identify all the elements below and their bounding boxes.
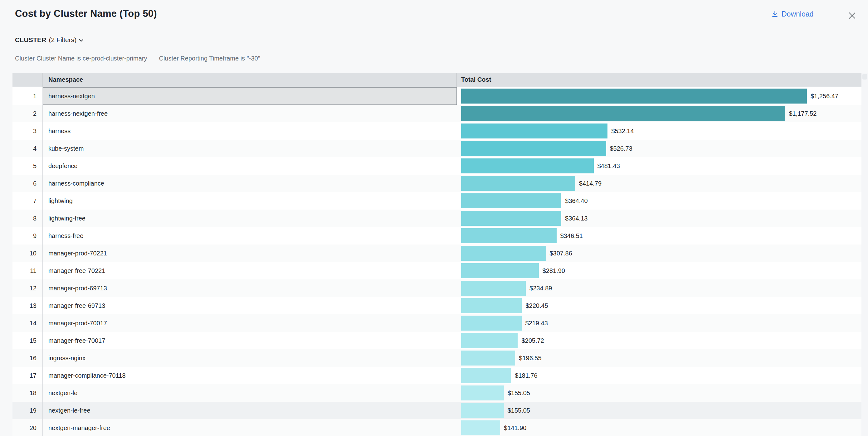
download-label: Download: [782, 10, 813, 19]
cost-value: $281.90: [542, 267, 565, 275]
namespace-cell[interactable]: manager-free-69713: [43, 297, 457, 314]
table-row[interactable]: 8lightwing-free$364.13: [12, 210, 862, 227]
close-button[interactable]: [847, 10, 858, 21]
namespace-cell[interactable]: manager-prod-70221: [43, 245, 457, 262]
namespace-cell[interactable]: harness-nextgen: [43, 87, 457, 105]
namespace-cell[interactable]: manager-prod-69713: [43, 279, 457, 297]
applied-filter-cluster-name: Cluster Cluster Name is ce-prod-cluster-…: [15, 55, 147, 62]
table-row[interactable]: 11manager-free-70221$281.90: [12, 262, 862, 279]
cost-value: $414.79: [579, 180, 601, 187]
cost-bar: [461, 211, 561, 226]
total-cost-cell[interactable]: $526.73: [457, 140, 862, 157]
row-index: 2: [12, 105, 43, 122]
table-row[interactable]: 14manager-prod-70017$219.43: [12, 314, 862, 332]
total-cost-cell[interactable]: $364.40: [457, 192, 862, 210]
table-row[interactable]: 20nextgen-manager-free$141.90: [12, 419, 862, 436]
namespace-column-header[interactable]: Namespace: [43, 73, 457, 87]
row-index: 4: [12, 140, 43, 157]
scrollbar-thumb[interactable]: [862, 74, 867, 80]
table-row[interactable]: 7lightwing$364.40: [12, 192, 862, 210]
total-cost-cell[interactable]: $414.79: [457, 175, 862, 192]
total-cost-cell[interactable]: $481.43: [457, 157, 862, 175]
table-row[interactable]: 16ingress-nginx$196.55: [12, 349, 862, 367]
namespace-cell[interactable]: deepfence: [43, 157, 457, 175]
total-cost-cell[interactable]: $307.86: [457, 245, 862, 262]
cost-value: $220.45: [525, 302, 548, 309]
namespace-cell[interactable]: ingress-nginx: [43, 349, 457, 367]
total-cost-cell[interactable]: $181.76: [457, 367, 862, 384]
cost-bar: [461, 403, 504, 418]
table-row[interactable]: 5deepfence$481.43: [12, 157, 862, 175]
cost-value: $526.73: [610, 145, 632, 152]
table-row[interactable]: 15manager-free-70017$205.72: [12, 332, 862, 349]
cost-value: $155.05: [508, 407, 530, 414]
total-cost-cell[interactable]: $1,177.52: [457, 105, 862, 122]
table-row[interactable]: 6harness-compliance$414.79: [12, 175, 862, 192]
total-cost-cell[interactable]: $364.13: [457, 210, 862, 227]
total-cost-cell[interactable]: $219.43: [457, 314, 862, 332]
namespace-cell[interactable]: harness-nextgen-free: [43, 105, 457, 122]
total-cost-cell[interactable]: $1,256.47: [457, 87, 862, 105]
total-cost-cell[interactable]: $234.89: [457, 279, 862, 297]
table-row[interactable]: 4kube-system$526.73: [12, 140, 862, 157]
total-cost-cell[interactable]: $196.55: [457, 349, 862, 367]
namespace-cell[interactable]: lightwing-free: [43, 210, 457, 227]
download-button[interactable]: Download: [771, 10, 813, 19]
cost-bar: [461, 385, 504, 400]
table-row[interactable]: 12manager-prod-69713$234.89: [12, 279, 862, 297]
total-cost-column-header[interactable]: Total Cost: [457, 73, 862, 87]
table-row[interactable]: 10manager-prod-70221$307.86: [12, 245, 862, 262]
cost-value: $481.43: [597, 162, 620, 170]
total-cost-cell[interactable]: $155.05: [457, 402, 862, 419]
vertical-scrollbar[interactable]: [862, 73, 868, 436]
namespace-cell[interactable]: nextgen-le: [43, 384, 457, 402]
table-row[interactable]: 13manager-free-69713$220.45: [12, 297, 862, 314]
namespace-cell[interactable]: nextgen-le-free: [43, 402, 457, 419]
cost-table: Namespace Total Cost 1harness-nextgen$1,…: [12, 73, 862, 436]
row-index: 1: [12, 87, 43, 105]
namespace-cell[interactable]: harness-free: [43, 227, 457, 245]
cost-bar: [461, 298, 522, 313]
cost-bar: [461, 106, 785, 121]
namespace-cell[interactable]: manager-prod-70017: [43, 314, 457, 332]
namespace-cell[interactable]: manager-free-70017: [43, 332, 457, 349]
row-index: 9: [12, 227, 43, 245]
cost-bar: [461, 368, 511, 383]
table-row[interactable]: 2harness-nextgen-free$1,177.52: [12, 105, 862, 122]
row-index: 5: [12, 157, 43, 175]
total-cost-cell[interactable]: $532.14: [457, 122, 862, 140]
cost-bar: [461, 421, 500, 435]
cost-value: $155.05: [508, 390, 530, 397]
index-column-header: [12, 73, 43, 87]
table-row[interactable]: 1harness-nextgen$1,256.47: [12, 87, 862, 105]
cost-bar: [461, 333, 518, 348]
row-index: 13: [12, 297, 43, 314]
cost-bar: [461, 176, 575, 191]
table-row[interactable]: 19nextgen-le-free$155.05: [12, 402, 862, 419]
total-cost-cell[interactable]: $346.51: [457, 227, 862, 245]
namespace-cell[interactable]: nextgen-manager-free: [43, 419, 457, 436]
namespace-cell[interactable]: manager-free-70221: [43, 262, 457, 279]
total-cost-cell[interactable]: $281.90: [457, 262, 862, 279]
row-index: 8: [12, 210, 43, 227]
namespace-cell[interactable]: manager-compliance-70118: [43, 367, 457, 384]
total-cost-cell[interactable]: $155.05: [457, 384, 862, 402]
cost-value: $307.86: [550, 250, 572, 257]
table-row[interactable]: 18nextgen-le$155.05: [12, 384, 862, 402]
filter-group-toggle[interactable]: CLUSTER (2 Filters): [15, 36, 83, 44]
namespace-cell[interactable]: harness-compliance: [43, 175, 457, 192]
cost-value: $364.13: [565, 215, 588, 222]
total-cost-cell[interactable]: $141.90: [457, 419, 862, 436]
namespace-cell[interactable]: harness: [43, 122, 457, 140]
total-cost-cell[interactable]: $205.72: [457, 332, 862, 349]
total-cost-cell[interactable]: $220.45: [457, 297, 862, 314]
table-row[interactable]: 9harness-free$346.51: [12, 227, 862, 245]
table-header-row: Namespace Total Cost: [12, 73, 862, 87]
cost-value: $1,256.47: [811, 93, 838, 100]
cost-value: $1,177.52: [789, 110, 816, 117]
row-index: 11: [12, 262, 43, 279]
namespace-cell[interactable]: kube-system: [43, 140, 457, 157]
table-row[interactable]: 17manager-compliance-70118$181.76: [12, 367, 862, 384]
namespace-cell[interactable]: lightwing: [43, 192, 457, 210]
table-row[interactable]: 3harness$532.14: [12, 122, 862, 140]
